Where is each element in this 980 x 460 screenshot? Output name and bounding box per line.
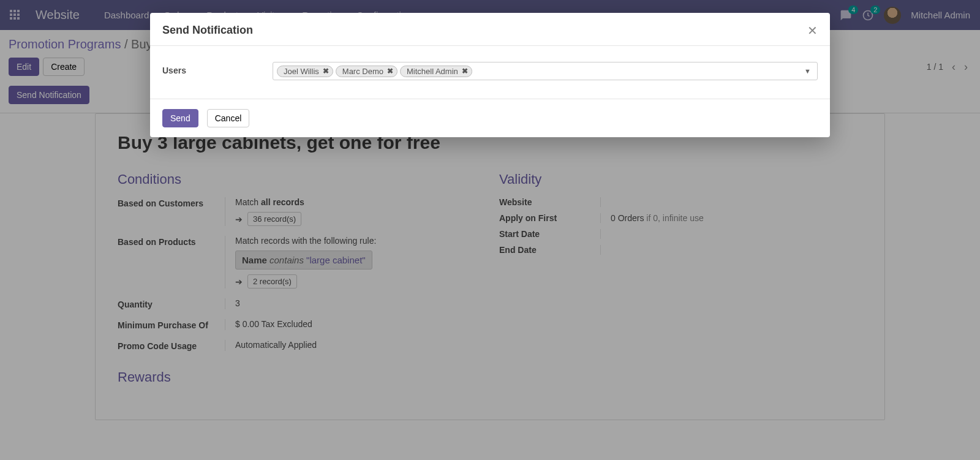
modal-title: Send Notification xyxy=(162,24,253,37)
close-icon[interactable]: ✕ xyxy=(807,25,818,37)
send-notification-modal: Send Notification ✕ Users Joel Willis ✖ … xyxy=(150,13,830,137)
remove-tag-icon[interactable]: ✖ xyxy=(462,67,468,75)
remove-tag-icon[interactable]: ✖ xyxy=(387,67,393,75)
remove-tag-icon[interactable]: ✖ xyxy=(323,67,329,75)
user-tag: Mitchell Admin ✖ xyxy=(400,66,472,77)
user-tag: Joel Willis ✖ xyxy=(277,66,333,77)
users-label: Users xyxy=(162,62,273,75)
users-tag-input[interactable]: Joel Willis ✖ Marc Demo ✖ Mitchell Admin… xyxy=(273,62,818,80)
send-button[interactable]: Send xyxy=(162,109,198,127)
user-tag: Marc Demo ✖ xyxy=(336,66,398,77)
cancel-button[interactable]: Cancel xyxy=(207,109,250,127)
chevron-down-icon[interactable]: ▼ xyxy=(804,67,811,75)
